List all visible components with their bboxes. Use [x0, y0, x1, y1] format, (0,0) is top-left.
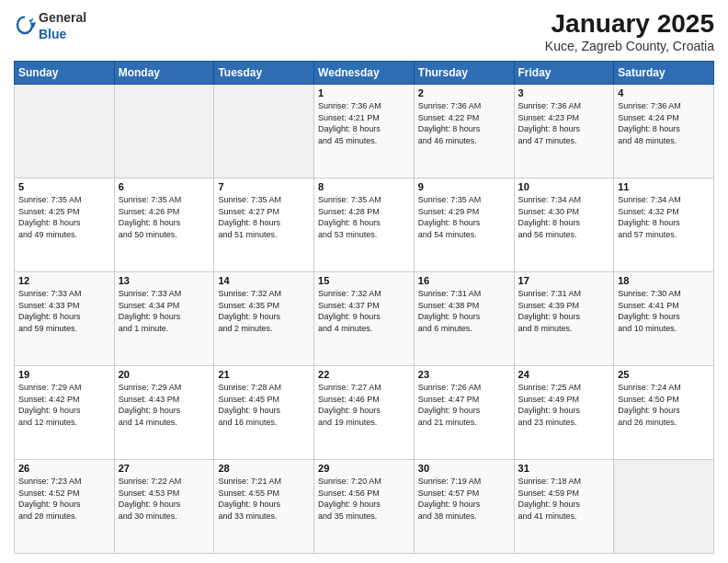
calendar-cell: 25Sunrise: 7:24 AM Sunset: 4:50 PM Dayli… — [614, 366, 714, 460]
logo: General Blue — [14, 9, 86, 42]
cell-info: Sunrise: 7:20 AM Sunset: 4:56 PM Dayligh… — [318, 476, 410, 522]
logo-text: General Blue — [39, 9, 86, 42]
calendar-cell: 15Sunrise: 7:32 AM Sunset: 4:37 PM Dayli… — [314, 272, 415, 366]
day-number: 31 — [518, 463, 610, 474]
day-number: 27 — [119, 463, 210, 474]
cell-info: Sunrise: 7:29 AM Sunset: 4:43 PM Dayligh… — [119, 382, 210, 428]
calendar-cell: 20Sunrise: 7:29 AM Sunset: 4:43 PM Dayli… — [114, 366, 214, 460]
day-number: 3 — [518, 87, 610, 98]
cell-info: Sunrise: 7:35 AM Sunset: 4:25 PM Dayligh… — [18, 194, 110, 240]
day-number: 29 — [318, 463, 410, 474]
calendar-cell: 27Sunrise: 7:22 AM Sunset: 4:53 PM Dayli… — [114, 460, 214, 554]
calendar-cell: 9Sunrise: 7:35 AM Sunset: 4:29 PM Daylig… — [414, 178, 514, 272]
day-number: 18 — [618, 275, 710, 286]
calendar-cell: 13Sunrise: 7:33 AM Sunset: 4:34 PM Dayli… — [114, 272, 214, 366]
cell-info: Sunrise: 7:28 AM Sunset: 4:45 PM Dayligh… — [218, 382, 310, 428]
weekday-row: SundayMondayTuesdayWednesdayThursdayFrid… — [15, 62, 714, 85]
cell-info: Sunrise: 7:33 AM Sunset: 4:34 PM Dayligh… — [119, 288, 210, 334]
cell-info: Sunrise: 7:31 AM Sunset: 4:38 PM Dayligh… — [418, 288, 510, 334]
calendar-cell: 4Sunrise: 7:36 AM Sunset: 4:24 PM Daylig… — [614, 85, 714, 178]
calendar-cell: 8Sunrise: 7:35 AM Sunset: 4:28 PM Daylig… — [314, 178, 415, 272]
weekday-header: Saturday — [614, 62, 714, 85]
calendar-cell — [214, 85, 314, 178]
cell-info: Sunrise: 7:21 AM Sunset: 4:55 PM Dayligh… — [218, 476, 310, 522]
month-title: January 2025 — [545, 9, 714, 39]
day-number: 24 — [518, 369, 610, 380]
cell-info: Sunrise: 7:29 AM Sunset: 4:42 PM Dayligh… — [18, 382, 110, 428]
day-number: 11 — [618, 181, 710, 192]
calendar-week-row: 1Sunrise: 7:36 AM Sunset: 4:21 PM Daylig… — [15, 85, 714, 178]
cell-info: Sunrise: 7:18 AM Sunset: 4:59 PM Dayligh… — [518, 476, 610, 522]
calendar-cell: 12Sunrise: 7:33 AM Sunset: 4:33 PM Dayli… — [15, 272, 115, 366]
weekday-header: Monday — [114, 62, 214, 85]
calendar-cell: 23Sunrise: 7:26 AM Sunset: 4:47 PM Dayli… — [414, 366, 514, 460]
calendar-cell — [614, 460, 714, 554]
calendar-cell: 6Sunrise: 7:35 AM Sunset: 4:26 PM Daylig… — [114, 178, 214, 272]
day-number: 9 — [418, 181, 510, 192]
calendar-week-row: 12Sunrise: 7:33 AM Sunset: 4:33 PM Dayli… — [15, 272, 714, 366]
calendar-cell: 31Sunrise: 7:18 AM Sunset: 4:59 PM Dayli… — [514, 460, 614, 554]
day-number: 30 — [418, 463, 510, 474]
calendar-cell: 18Sunrise: 7:30 AM Sunset: 4:41 PM Dayli… — [614, 272, 714, 366]
day-number: 1 — [318, 87, 410, 98]
calendar-table: SundayMondayTuesdayWednesdayThursdayFrid… — [14, 61, 714, 554]
day-number: 23 — [418, 369, 510, 380]
day-number: 17 — [518, 275, 610, 286]
cell-info: Sunrise: 7:19 AM Sunset: 4:57 PM Dayligh… — [418, 476, 510, 522]
logo-general: General — [39, 10, 86, 25]
cell-info: Sunrise: 7:35 AM Sunset: 4:27 PM Dayligh… — [218, 194, 310, 240]
cell-info: Sunrise: 7:36 AM Sunset: 4:23 PM Dayligh… — [518, 100, 610, 146]
day-number: 8 — [318, 181, 410, 192]
calendar-week-row: 5Sunrise: 7:35 AM Sunset: 4:25 PM Daylig… — [15, 178, 714, 272]
cell-info: Sunrise: 7:33 AM Sunset: 4:33 PM Dayligh… — [18, 288, 110, 334]
weekday-header: Sunday — [15, 62, 115, 85]
calendar-cell: 14Sunrise: 7:32 AM Sunset: 4:35 PM Dayli… — [214, 272, 314, 366]
calendar-cell: 17Sunrise: 7:31 AM Sunset: 4:39 PM Dayli… — [514, 272, 614, 366]
title-area: January 2025 Kuce, Zagreb County, Croati… — [545, 9, 714, 53]
cell-info: Sunrise: 7:34 AM Sunset: 4:32 PM Dayligh… — [618, 194, 710, 240]
day-number: 4 — [618, 87, 710, 98]
cell-info: Sunrise: 7:22 AM Sunset: 4:53 PM Dayligh… — [119, 476, 210, 522]
day-number: 12 — [18, 275, 110, 286]
calendar-body: 1Sunrise: 7:36 AM Sunset: 4:21 PM Daylig… — [15, 85, 714, 554]
day-number: 2 — [418, 87, 510, 98]
cell-info: Sunrise: 7:35 AM Sunset: 4:29 PM Dayligh… — [418, 194, 510, 240]
cell-info: Sunrise: 7:32 AM Sunset: 4:35 PM Dayligh… — [218, 288, 310, 334]
calendar-cell: 5Sunrise: 7:35 AM Sunset: 4:25 PM Daylig… — [15, 178, 115, 272]
calendar-cell: 28Sunrise: 7:21 AM Sunset: 4:55 PM Dayli… — [214, 460, 314, 554]
calendar-cell: 3Sunrise: 7:36 AM Sunset: 4:23 PM Daylig… — [514, 85, 614, 178]
calendar-cell — [15, 85, 115, 178]
cell-info: Sunrise: 7:31 AM Sunset: 4:39 PM Dayligh… — [518, 288, 610, 334]
cell-info: Sunrise: 7:24 AM Sunset: 4:50 PM Dayligh… — [618, 382, 710, 428]
cell-info: Sunrise: 7:30 AM Sunset: 4:41 PM Dayligh… — [618, 288, 710, 334]
day-number: 13 — [119, 275, 210, 286]
header: General Blue January 2025 Kuce, Zagreb C… — [14, 9, 714, 53]
page: General Blue January 2025 Kuce, Zagreb C… — [0, 0, 728, 563]
day-number: 16 — [418, 275, 510, 286]
day-number: 28 — [218, 463, 310, 474]
calendar-cell: 16Sunrise: 7:31 AM Sunset: 4:38 PM Dayli… — [414, 272, 514, 366]
day-number: 10 — [518, 181, 610, 192]
location-title: Kuce, Zagreb County, Croatia — [545, 39, 714, 53]
cell-info: Sunrise: 7:36 AM Sunset: 4:21 PM Dayligh… — [318, 100, 410, 146]
day-number: 14 — [218, 275, 310, 286]
calendar-cell: 19Sunrise: 7:29 AM Sunset: 4:42 PM Dayli… — [15, 366, 115, 460]
calendar-cell: 22Sunrise: 7:27 AM Sunset: 4:46 PM Dayli… — [314, 366, 415, 460]
day-number: 25 — [618, 369, 710, 380]
day-number: 15 — [318, 275, 410, 286]
calendar-cell: 30Sunrise: 7:19 AM Sunset: 4:57 PM Dayli… — [414, 460, 514, 554]
calendar-week-row: 26Sunrise: 7:23 AM Sunset: 4:52 PM Dayli… — [15, 460, 714, 554]
cell-info: Sunrise: 7:32 AM Sunset: 4:37 PM Dayligh… — [318, 288, 410, 334]
day-number: 19 — [18, 369, 110, 380]
calendar-cell: 7Sunrise: 7:35 AM Sunset: 4:27 PM Daylig… — [214, 178, 314, 272]
calendar-cell: 29Sunrise: 7:20 AM Sunset: 4:56 PM Dayli… — [314, 460, 415, 554]
cell-info: Sunrise: 7:26 AM Sunset: 4:47 PM Dayligh… — [418, 382, 510, 428]
calendar-cell: 1Sunrise: 7:36 AM Sunset: 4:21 PM Daylig… — [314, 85, 415, 178]
day-number: 6 — [119, 181, 210, 192]
day-number: 26 — [18, 463, 110, 474]
logo-icon — [14, 15, 36, 37]
cell-info: Sunrise: 7:23 AM Sunset: 4:52 PM Dayligh… — [18, 476, 110, 522]
calendar-cell: 2Sunrise: 7:36 AM Sunset: 4:22 PM Daylig… — [414, 85, 514, 178]
cell-info: Sunrise: 7:25 AM Sunset: 4:49 PM Dayligh… — [518, 382, 610, 428]
day-number: 7 — [218, 181, 310, 192]
